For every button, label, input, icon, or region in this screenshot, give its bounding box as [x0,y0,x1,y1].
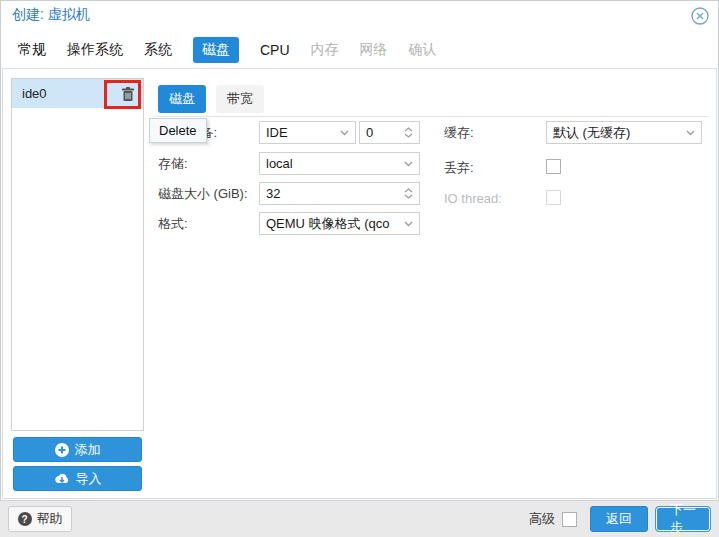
import-disk-label: 导入 [76,470,102,488]
cache-select[interactable]: 默认 (无缓存) [546,121,702,144]
tab-network: 网络 [360,37,388,63]
tab-confirm: 确认 [409,37,437,63]
subtab-disk[interactable]: 磁盘 [158,85,206,113]
format-select[interactable]: QEMU 映像格式 (qco [259,212,420,235]
discard-label: 丢弃: [444,156,474,179]
plus-circle-icon [55,443,69,457]
discard-checkbox[interactable] [546,159,561,174]
format-label: 格式: [158,212,188,235]
iothread-label: IO thread: [444,187,502,210]
form-separator [156,116,708,117]
question-circle-icon: ? [18,512,32,526]
disk-list: ide0 [11,78,144,431]
chevron-down-icon [404,161,413,167]
help-label: 帮助 [37,510,63,528]
chevron-down-icon [686,130,695,136]
tab-disks[interactable]: 磁盘 [193,37,239,63]
dialog-footer: ? 帮助 高级 返回 下一步 [0,500,719,537]
chevron-down-icon [404,221,413,227]
create-vm-dialog: 创建: 虚拟机 常规 操作系统 系统 磁盘 CPU 内存 网络 确认 ide0 [0,0,719,537]
storage-select[interactable]: local [259,152,420,175]
tab-cpu[interactable]: CPU [260,38,290,62]
disk-size-label: 磁盘大小 (GiB): [158,182,248,205]
cache-label: 缓存: [444,121,474,144]
subtab-bandwidth[interactable]: 带宽 [216,85,264,113]
spinner-arrows-icon[interactable] [404,127,413,138]
footer-actions: 高级 返回 下一步 [529,506,711,532]
chevron-down-icon [340,130,349,136]
disk-item-label: ide0 [22,86,47,101]
import-disk-button[interactable]: 导入 [13,466,142,491]
advanced-label: 高级 [529,510,555,528]
dialog-title: 创建: 虚拟机 [12,6,90,24]
storage-label: 存储: [158,152,188,175]
dialog-titlebar: 创建: 虚拟机 [0,0,719,30]
tab-system[interactable]: 系统 [144,37,172,63]
help-button[interactable]: ? 帮助 [8,506,72,532]
back-button[interactable]: 返回 [590,506,648,532]
wizard-tabbar: 常规 操作系统 系统 磁盘 CPU 内存 网络 确认 [0,31,719,68]
disk-list-item-ide0[interactable]: ide0 [12,79,143,108]
bus-number-spinner[interactable]: 0 [359,121,420,144]
trash-icon[interactable] [121,79,135,108]
disk-subtabs: 磁盘 带宽 [158,85,264,113]
tab-memory: 内存 [311,37,339,63]
tab-os[interactable]: 操作系统 [67,37,123,63]
spinner-arrows-icon[interactable] [404,188,413,199]
disk-size-spinner[interactable]: 32 [259,182,420,205]
disks-panel: ide0 添加 [2,68,717,499]
add-disk-button[interactable]: 添加 [13,437,142,462]
add-disk-label: 添加 [75,441,101,459]
cloud-download-icon [54,472,70,485]
iothread-checkbox [546,190,561,205]
delete-tooltip: Delete [149,118,207,143]
advanced-checkbox[interactable] [562,512,577,527]
bus-select[interactable]: IDE [259,121,356,144]
close-icon[interactable] [691,7,709,25]
next-button[interactable]: 下一步 [655,506,711,532]
tab-general[interactable]: 常规 [18,37,46,63]
